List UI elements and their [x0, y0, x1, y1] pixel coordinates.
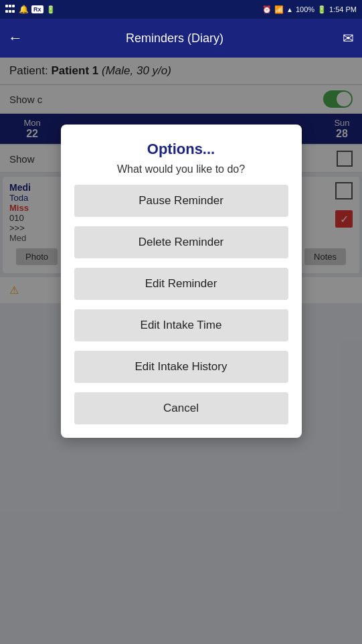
send-button[interactable]: ✉ — [343, 30, 354, 46]
status-icons-left: 🔔 Rx 🔋 — [5, 5, 56, 14]
alarm-icon: ⏰ — [262, 5, 272, 14]
status-bar: 🔔 Rx 🔋 ⏰ 📶 ▲ 100% 🔋 1:54 PM — [0, 0, 362, 19]
battery-icon: 🔋 — [317, 5, 327, 14]
notification-icon: 🔔 — [19, 5, 29, 14]
page-title: Reminders (Diary) — [31, 31, 319, 46]
cancel-button[interactable]: Cancel — [74, 392, 288, 424]
wifi-icon: 📶 — [274, 5, 284, 14]
edit-intake-time-button[interactable]: Edit Intake Time — [74, 309, 288, 341]
dialog-title: Options... — [147, 141, 215, 158]
back-button[interactable]: ← — [8, 29, 23, 47]
time: 1:54 PM — [329, 5, 357, 13]
edit-reminder-button[interactable]: Edit Reminder — [74, 268, 288, 300]
status-right: ⏰ 📶 ▲ 100% 🔋 1:54 PM — [262, 5, 357, 14]
rx-icon: Rx — [31, 5, 43, 13]
signal-icon: ▲ — [286, 6, 293, 13]
modal-overlay: Options... What would you like to do? Pa… — [0, 58, 362, 644]
battery-low-icon: 🔋 — [46, 5, 56, 14]
main-content: Patient: Patient 1 (Male, 30 y/o) Show c… — [0, 58, 362, 644]
pause-reminder-button[interactable]: Pause Reminder — [74, 185, 288, 217]
edit-intake-history-button[interactable]: Edit Intake History — [74, 351, 288, 383]
dialog-subtitle: What would you like to do? — [117, 163, 245, 175]
battery-percent: 100% — [296, 5, 314, 13]
delete-reminder-button[interactable]: Delete Reminder — [74, 226, 288, 258]
options-dialog: Options... What would you like to do? Pa… — [61, 125, 302, 438]
nav-bar: ← Reminders (Diary) ✉ — [0, 19, 362, 58]
